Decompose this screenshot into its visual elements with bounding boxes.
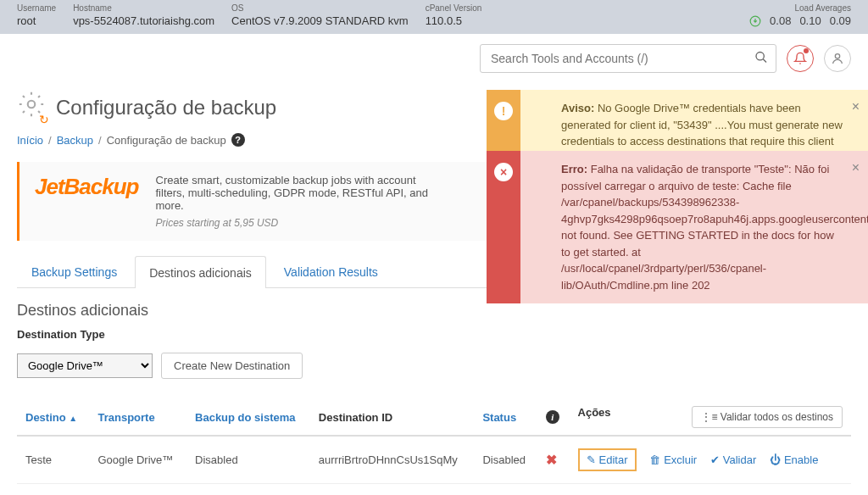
cell-destination-id: aurrriBrtroDHnnCsUs1SqMy xyxy=(310,436,475,484)
destinations-table: Destino ▲ Transporte Backup do sistema D… xyxy=(17,399,851,484)
gear-icon: ↻ xyxy=(17,90,46,125)
promo-price: Prices starting at 5,95 USD xyxy=(156,217,444,229)
jetbackup-logo: JetBackup xyxy=(35,174,139,200)
delete-button[interactable]: 🗑 Excluir xyxy=(649,453,697,466)
check-icon: ✔ xyxy=(710,453,720,466)
system-info-bar: Username root Hostname vps-5524087.tutor… xyxy=(0,0,868,34)
tab-backup-settings[interactable]: Backup Settings xyxy=(17,256,131,287)
col-status[interactable]: Status xyxy=(482,411,516,424)
svg-point-3 xyxy=(28,101,36,108)
svg-point-2 xyxy=(835,54,839,58)
cell-status: Disabled xyxy=(474,436,537,484)
pencil-icon: ✎ xyxy=(587,453,596,466)
destination-type-label: Destination Type xyxy=(17,328,851,341)
label: cPanel Version xyxy=(426,3,482,13)
load-15: 0.09 xyxy=(830,14,851,27)
user-account-button[interactable] xyxy=(824,45,851,72)
page-title: Configuração de backup xyxy=(56,96,276,120)
cell-transporte: Google Drive™ xyxy=(89,436,186,484)
search-icon xyxy=(754,51,768,67)
create-destination-button[interactable]: Create New Destination xyxy=(161,353,303,379)
label: Load Averages xyxy=(749,3,851,13)
trash-icon: 🗑 xyxy=(649,453,660,466)
refresh-icon: ↻ xyxy=(39,113,49,126)
info-icon[interactable]: i xyxy=(546,410,559,424)
load-1: 0.08 xyxy=(770,14,791,27)
notifications-button[interactable] xyxy=(787,45,814,72)
stat-load-averages: Load Averages 0.08 0.10 0.09 xyxy=(749,3,851,27)
close-icon[interactable]: × xyxy=(852,97,860,117)
x-icon: ✖ xyxy=(546,453,557,467)
cell-backup: Disabled xyxy=(186,436,310,484)
search-input[interactable] xyxy=(480,44,776,73)
search-box xyxy=(480,44,776,73)
alert-body: Falha na validação de transporte "Teste"… xyxy=(561,163,868,292)
cell-destino: Teste xyxy=(17,436,89,484)
table-row: Teste Google Drive™ Disabled aurrriBrtro… xyxy=(17,436,851,484)
col-acoes: Ações xyxy=(578,406,611,419)
label: OS xyxy=(231,3,409,13)
col-destino[interactable]: Destino ▲ xyxy=(25,411,77,424)
breadcrumb-backup[interactable]: Backup xyxy=(57,134,93,147)
enable-button[interactable]: ⏻ Enable xyxy=(770,453,818,466)
tab-validation-results[interactable]: Validation Results xyxy=(270,256,392,287)
load-5: 0.10 xyxy=(799,14,821,27)
list-check-icon: ⋮≡ xyxy=(701,411,717,423)
alert-title: Aviso: xyxy=(561,102,594,114)
col-destination-id: Destination ID xyxy=(310,399,475,436)
col-transporte[interactable]: Transporte xyxy=(97,411,154,424)
tab-destinos-adicionais[interactable]: Destinos adicionais xyxy=(135,256,266,288)
stat-os: OS CentOS v7.9.2009 STANDARD kvm xyxy=(231,3,409,27)
stat-hostname: Hostname vps-5524087.tutoriaishg.com xyxy=(73,3,214,27)
notification-dot-icon xyxy=(804,48,809,53)
help-icon[interactable]: ? xyxy=(231,133,245,147)
breadcrumb-home[interactable]: Início xyxy=(17,134,43,147)
value: vps-5524087.tutoriaishg.com xyxy=(73,14,214,27)
toolbar xyxy=(0,34,868,83)
error-icon: × xyxy=(494,163,513,181)
edit-button[interactable]: ✎ Editar xyxy=(578,448,637,471)
close-icon[interactable]: × xyxy=(852,158,860,178)
alert-error: × × Erro: Falha na validação de transpor… xyxy=(487,151,868,303)
sort-asc-icon: ▲ xyxy=(69,414,77,423)
value: root xyxy=(17,14,56,27)
label: Hostname xyxy=(73,3,214,13)
destination-type-select[interactable]: Google Drive™ xyxy=(17,353,153,378)
section-title: Destinos adicionais xyxy=(17,302,851,320)
promo-text: Create smart, customizable backup jobs w… xyxy=(156,174,444,212)
validate-all-button[interactable]: ⋮≡ Validar todos os destinos xyxy=(692,406,843,428)
stat-username: Username root xyxy=(17,3,56,27)
col-backup-sistema[interactable]: Backup do sistema xyxy=(195,411,296,424)
download-arrow-icon xyxy=(749,15,761,27)
value: CentOS v7.9.2009 STANDARD kvm xyxy=(231,14,409,27)
value: 110.0.5 xyxy=(426,14,482,27)
stat-cpanel-version: cPanel Version 110.0.5 xyxy=(426,3,482,27)
breadcrumb-current: Configuração de backup xyxy=(107,134,226,147)
power-icon: ⏻ xyxy=(770,453,781,466)
warning-icon: ! xyxy=(494,102,513,120)
svg-point-1 xyxy=(756,53,764,60)
alert-title: Erro: xyxy=(561,163,587,175)
validate-button[interactable]: ✔ Validar xyxy=(710,453,757,466)
label: Username xyxy=(17,3,56,13)
